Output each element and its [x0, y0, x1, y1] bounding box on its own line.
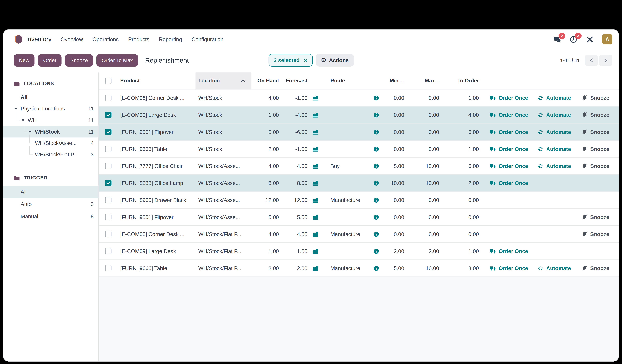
location-item[interactable]: WH/Stock/Flat P...3	[3, 149, 98, 161]
table-row[interactable]: [FURN_9666] TableWH/Stock2.00-1.000.000.…	[99, 141, 619, 158]
menu-item-configuration[interactable]: Configuration	[192, 36, 224, 42]
row-checkbox[interactable]	[105, 180, 111, 186]
row-checkbox[interactable]	[105, 248, 111, 254]
area-chart-icon[interactable]	[312, 129, 318, 135]
snooze-button[interactable]: Snooze	[582, 129, 609, 135]
info-circle-icon[interactable]	[373, 231, 379, 237]
snooze-button[interactable]: Snooze	[582, 112, 609, 118]
snooze-button[interactable]: Snooze	[582, 95, 609, 101]
automate-button[interactable]: Automate	[538, 163, 571, 169]
table-row[interactable]: [E-COM06] Corner Desk ...WH/Stock4.00-1.…	[99, 90, 619, 107]
table-row[interactable]: [FURN_7777] Office ChairWH/Stock/Asse...…	[99, 158, 619, 175]
order-once-button[interactable]: Order Once	[490, 95, 528, 101]
automate-button[interactable]: Automate	[538, 129, 571, 135]
menu-item-products[interactable]: Products	[128, 36, 149, 42]
location-item[interactable]: WH/Stock11	[3, 126, 98, 138]
row-checkbox[interactable]	[105, 214, 111, 220]
column-header-max[interactable]: Max...	[404, 72, 439, 89]
table-row[interactable]: [E-COM06] Corner Desk ...WH/Stock/Flat P…	[99, 226, 619, 243]
area-chart-icon[interactable]	[312, 180, 318, 186]
table-row[interactable]: [FURN_8900] Drawer BlackWH/Stock/Asse...…	[99, 192, 619, 209]
trigger-item-all[interactable]: All	[3, 186, 98, 198]
location-filter-all[interactable]: All	[3, 91, 98, 103]
automate-button[interactable]: Automate	[538, 265, 571, 271]
order-once-button[interactable]: Order Once	[490, 146, 528, 152]
column-header-forecast[interactable]: Forecast	[279, 72, 308, 89]
row-checkbox[interactable]	[105, 231, 111, 237]
select-all-checkbox[interactable]	[99, 72, 115, 89]
info-circle-icon[interactable]	[373, 112, 379, 118]
trigger-item-manual[interactable]: Manual8	[3, 210, 98, 223]
column-header-route[interactable]: Route	[323, 72, 371, 89]
location-item[interactable]: WH11	[3, 114, 98, 126]
table-row[interactable]: [E-COM09] Large DeskWH/Stock/Flat P...1.…	[99, 243, 619, 260]
area-chart-icon[interactable]	[312, 197, 318, 203]
table-row[interactable]: [FURN_9666] TableWH/Stock/Flat P...2.002…	[99, 260, 619, 277]
area-chart-icon[interactable]	[312, 248, 318, 254]
area-chart-icon[interactable]	[312, 163, 318, 169]
info-circle-icon[interactable]	[373, 248, 379, 254]
menu-item-overview[interactable]: Overview	[61, 36, 83, 42]
menu-item-reporting[interactable]: Reporting	[159, 36, 182, 42]
app-switcher[interactable]: Inventory	[14, 34, 52, 44]
table-row[interactable]: [FURN_9001] FlipoverWH/Stock/Asse...5.00…	[99, 209, 619, 226]
order-button[interactable]: Order	[38, 54, 61, 66]
table-row[interactable]: [FURN_8888] Office LampWH/Stock/Asse...8…	[99, 175, 619, 192]
pager-prev-button[interactable]	[585, 55, 598, 66]
column-header-on-hand[interactable]: On Hand	[251, 72, 279, 89]
automate-button[interactable]: Automate	[538, 95, 571, 101]
info-circle-icon[interactable]	[373, 214, 379, 220]
row-checkbox[interactable]	[105, 265, 111, 271]
info-circle-icon[interactable]	[373, 180, 379, 186]
order-once-button[interactable]: Order Once	[490, 248, 528, 254]
info-circle-icon[interactable]	[373, 129, 379, 135]
table-row[interactable]: [FURN_9001] FlipoverWH/Stock5.00-6.000.0…	[99, 124, 619, 141]
order-once-button[interactable]: Order Once	[490, 180, 528, 186]
table-row[interactable]: [E-COM09] Large DeskWH/Stock1.00-4.000.0…	[99, 107, 619, 124]
info-circle-icon[interactable]	[373, 95, 379, 101]
area-chart-icon[interactable]	[312, 214, 318, 220]
new-button[interactable]: New	[14, 54, 35, 66]
debug-tools-icon[interactable]	[586, 36, 593, 43]
row-checkbox[interactable]	[105, 163, 111, 169]
snooze-button[interactable]: Snooze	[582, 146, 609, 152]
order-once-button[interactable]: Order Once	[490, 163, 528, 169]
snooze-button[interactable]: Snooze	[582, 265, 609, 271]
pager-next-button[interactable]	[599, 55, 612, 66]
info-circle-icon[interactable]	[373, 197, 379, 203]
actions-button[interactable]: ⚙ Actions	[316, 54, 354, 67]
snooze-button[interactable]: Snooze	[582, 231, 609, 237]
trigger-item-auto[interactable]: Auto3	[3, 198, 98, 210]
row-checkbox[interactable]	[105, 146, 111, 152]
row-checkbox[interactable]	[105, 112, 111, 118]
automate-button[interactable]: Automate	[538, 146, 571, 152]
order-once-button[interactable]: Order Once	[490, 112, 528, 118]
column-header-location[interactable]: Location	[196, 72, 251, 89]
area-chart-icon[interactable]	[312, 146, 318, 152]
automate-button[interactable]: Automate	[538, 112, 571, 118]
area-chart-icon[interactable]	[312, 231, 318, 237]
clear-selection-icon[interactable]: ×	[304, 57, 308, 63]
snooze-button[interactable]: Snooze	[65, 54, 93, 66]
snooze-button[interactable]: Snooze	[582, 214, 609, 220]
area-chart-icon[interactable]	[312, 112, 318, 118]
order-to-max-button[interactable]: Order To Max	[97, 54, 138, 66]
menu-item-operations[interactable]: Operations	[92, 36, 118, 42]
activities-clock-icon[interactable]: 3	[570, 36, 577, 43]
column-header-min[interactable]: Min ...	[381, 72, 404, 89]
info-circle-icon[interactable]	[373, 265, 379, 271]
order-once-button[interactable]: Order Once	[490, 265, 528, 271]
row-checkbox[interactable]	[105, 95, 111, 101]
column-header-product[interactable]: Product	[115, 72, 196, 89]
area-chart-icon[interactable]	[312, 265, 318, 271]
area-chart-icon[interactable]	[312, 95, 318, 101]
row-checkbox[interactable]	[105, 197, 111, 203]
location-item[interactable]: WH/Stock/Asse...4	[3, 137, 98, 149]
messages-icon[interactable]: 2	[553, 36, 561, 43]
order-once-button[interactable]: Order Once	[490, 129, 528, 135]
row-checkbox[interactable]	[105, 129, 111, 135]
column-header-to-order[interactable]: To Order	[439, 72, 479, 89]
info-circle-icon[interactable]	[373, 163, 379, 169]
info-circle-icon[interactable]	[373, 146, 379, 152]
snooze-button[interactable]: Snooze	[582, 163, 609, 169]
